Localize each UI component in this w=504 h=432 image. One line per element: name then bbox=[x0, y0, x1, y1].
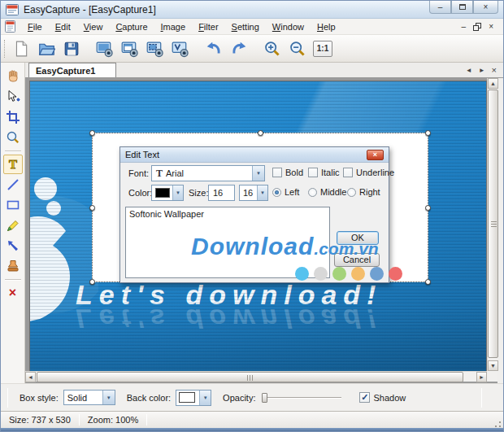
font-label: Font: bbox=[128, 168, 149, 178]
capture-window-icon bbox=[121, 40, 139, 58]
color-select[interactable]: ▼ bbox=[151, 185, 184, 201]
line-icon bbox=[6, 177, 20, 192]
capture-region-button[interactable] bbox=[146, 39, 165, 59]
arrow-tool[interactable] bbox=[3, 236, 23, 255]
tab-scroll-right-icon[interactable]: ► bbox=[479, 67, 485, 74]
tab-easycapture1[interactable]: EasyCapture1 bbox=[28, 63, 116, 77]
close-icon: × bbox=[484, 2, 489, 11]
vertical-scrollbar[interactable]: ▲ ▼ bbox=[487, 78, 497, 371]
window-close-button[interactable]: × bbox=[473, 1, 498, 14]
bold-checkbox[interactable]: Bold bbox=[272, 168, 303, 177]
capture-window-button[interactable] bbox=[120, 39, 140, 59]
box-style-select[interactable]: Solid ▼ bbox=[63, 390, 115, 405]
window-minimize-button[interactable]: – bbox=[429, 1, 451, 14]
resize-grip[interactable] bbox=[492, 418, 502, 428]
canvas-viewport: Let's download! Let's download! Edit Tex… bbox=[25, 78, 497, 383]
capture-fullscreen-button[interactable] bbox=[95, 39, 115, 59]
window-maximize-button[interactable] bbox=[451, 1, 473, 14]
dropdown-arrow-icon[interactable]: ▼ bbox=[102, 391, 115, 404]
arrow-icon bbox=[6, 238, 20, 253]
hand-tool[interactable] bbox=[3, 67, 23, 86]
status-zoom: Zoom: 100% bbox=[80, 415, 146, 425]
menu-item-window[interactable]: Window bbox=[266, 20, 311, 33]
highlight-tool[interactable] bbox=[3, 216, 23, 235]
selection-handle-mid-left[interactable] bbox=[89, 205, 95, 211]
save-icon bbox=[63, 41, 80, 57]
redo-button[interactable] bbox=[229, 39, 249, 59]
scrollbar-corner bbox=[487, 371, 497, 382]
watermark-dot bbox=[295, 267, 309, 281]
underline-checkbox[interactable]: Underline bbox=[343, 168, 394, 177]
tab-strip: EasyCapture1 ◄ ► × bbox=[25, 63, 503, 78]
dropdown-arrow-icon[interactable]: ▼ bbox=[172, 185, 183, 200]
selection-handle-mid-right[interactable] bbox=[425, 205, 431, 211]
menu-item-filter[interactable]: Filter bbox=[192, 20, 224, 33]
capture-freehand-button[interactable] bbox=[171, 39, 190, 59]
palette-separator bbox=[5, 151, 21, 151]
selection-handle-top-left[interactable] bbox=[89, 130, 95, 136]
mdi-restore-icon[interactable] bbox=[473, 23, 481, 31]
scroll-left-icon[interactable]: ◄ bbox=[25, 372, 36, 382]
align-middle-radio[interactable]: Middle bbox=[308, 187, 346, 197]
opacity-slider[interactable] bbox=[262, 392, 341, 404]
dialog-close-button[interactable]: × bbox=[367, 150, 384, 160]
shadow-checkbox[interactable]: ✓ Shadow bbox=[359, 392, 406, 403]
zoom-tool[interactable] bbox=[3, 128, 23, 147]
status-bar: Size: 737 x 530 Zoom: 100% bbox=[1, 411, 503, 428]
back-color-swatch bbox=[179, 392, 195, 403]
rectangle-tool[interactable] bbox=[3, 195, 23, 215]
selection-handle-bottom-left[interactable] bbox=[89, 279, 95, 285]
options-bar: Box style: Solid ▼ Back color: ▼ Opacity… bbox=[1, 383, 503, 411]
selection-handle-top-right[interactable] bbox=[425, 130, 431, 136]
undo-button[interactable] bbox=[204, 39, 224, 59]
select-tool[interactable] bbox=[3, 87, 23, 107]
back-color-select[interactable]: ▼ bbox=[176, 390, 211, 406]
italic-checkbox[interactable]: Italic bbox=[308, 168, 340, 177]
dialog-title-bar[interactable]: Edit Text × bbox=[120, 147, 389, 163]
size-input[interactable]: 16 bbox=[208, 185, 235, 201]
italic-label: Italic bbox=[321, 168, 340, 177]
zoom-in-button[interactable] bbox=[263, 39, 282, 59]
align-right-radio[interactable]: Right bbox=[347, 187, 380, 197]
menu-item-image[interactable]: Image bbox=[154, 20, 193, 33]
menu-item-capture[interactable]: Capture bbox=[109, 20, 154, 33]
actual-size-button[interactable]: 1:1 bbox=[313, 39, 332, 59]
scroll-up-icon[interactable]: ▲ bbox=[488, 78, 498, 89]
slider-thumb[interactable] bbox=[262, 393, 267, 403]
capture-fullscreen-icon bbox=[96, 40, 114, 58]
menu-item-setting[interactable]: Setting bbox=[225, 20, 266, 33]
truetype-icon: T bbox=[152, 168, 163, 180]
menu-item-view[interactable]: View bbox=[77, 20, 110, 33]
horizontal-scrollbar-thumb[interactable] bbox=[37, 372, 463, 382]
text-tool[interactable]: T bbox=[3, 155, 23, 174]
selection-handle-top-center[interactable] bbox=[258, 130, 263, 136]
menu-item-file[interactable]: File bbox=[21, 20, 49, 33]
dropdown-arrow-icon[interactable]: ▼ bbox=[257, 185, 267, 200]
captured-image[interactable]: Let's download! Let's download! Edit Tex… bbox=[30, 81, 486, 371]
selection-handle-bottom-right[interactable] bbox=[425, 279, 431, 285]
delete-tool[interactable]: × bbox=[3, 283, 23, 303]
align-left-radio[interactable]: Left bbox=[272, 187, 299, 197]
save-button[interactable] bbox=[62, 39, 81, 59]
new-button[interactable] bbox=[11, 39, 31, 59]
zoom-out-button[interactable] bbox=[288, 39, 307, 59]
horizontal-scrollbar[interactable]: ◄ ► bbox=[25, 371, 487, 382]
open-button[interactable] bbox=[37, 39, 56, 59]
dropdown-arrow-icon[interactable]: ▼ bbox=[252, 166, 264, 181]
dropdown-arrow-icon[interactable]: ▼ bbox=[199, 391, 211, 405]
font-select[interactable]: T Arial ▼ bbox=[151, 165, 265, 181]
vertical-scrollbar-thumb[interactable] bbox=[488, 89, 498, 358]
scroll-right-icon[interactable]: ► bbox=[476, 372, 487, 382]
tab-scroll-left-icon[interactable]: ◄ bbox=[466, 67, 472, 74]
watermark-dot bbox=[314, 267, 328, 281]
crop-tool[interactable] bbox=[3, 107, 23, 127]
menu-item-help[interactable]: Help bbox=[311, 20, 342, 33]
tab-close-icon[interactable]: × bbox=[492, 65, 497, 75]
mdi-close-icon[interactable]: × bbox=[489, 22, 493, 31]
menu-item-edit[interactable]: Edit bbox=[49, 20, 77, 33]
line-tool[interactable] bbox=[3, 175, 23, 194]
mdi-minimize-icon[interactable]: – bbox=[462, 22, 467, 31]
size-select[interactable]: 16 ▼ bbox=[239, 185, 268, 201]
stamp-tool[interactable] bbox=[3, 256, 23, 276]
scroll-down-icon[interactable]: ▼ bbox=[488, 360, 498, 371]
